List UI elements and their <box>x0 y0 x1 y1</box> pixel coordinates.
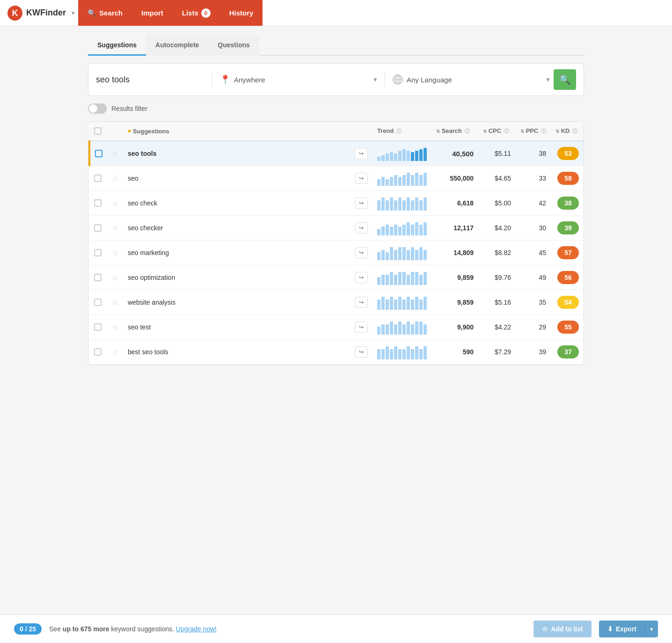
row-checkbox[interactable] <box>94 348 102 356</box>
keyword-text: seo test <box>128 323 151 331</box>
trend-bar <box>415 297 418 310</box>
trend-help-icon: ⓘ <box>396 128 402 134</box>
row-checkbox[interactable] <box>94 249 102 256</box>
keyword-input[interactable] <box>96 75 205 85</box>
trend-chart <box>377 344 427 359</box>
search-button[interactable]: 🔍 <box>554 69 576 90</box>
trend-bar <box>394 346 397 359</box>
cpc-value: $8.82 <box>495 249 511 256</box>
row-ppc-cell: 38 <box>516 141 551 166</box>
results-filter-toggle[interactable] <box>88 103 107 114</box>
trend-bar <box>415 173 418 186</box>
trend-chart <box>377 171 427 186</box>
kd-badge: 55 <box>557 321 579 334</box>
trend-bar <box>398 197 402 211</box>
row-action-button[interactable]: ↪ <box>355 148 368 159</box>
tab-questions[interactable]: Questions <box>208 36 259 56</box>
star-icon[interactable]: ☆ <box>112 299 118 307</box>
col-header-kd[interactable]: ⇅ KD ⓘ <box>551 122 584 141</box>
trend-bar <box>398 247 402 260</box>
header: K KWFinder ▾ 🔍 Search Import Lists 0 His… <box>0 0 672 26</box>
cpc-value: $4.65 <box>495 175 511 182</box>
trend-bar <box>411 349 414 359</box>
row-search-cell: 9,859 <box>431 290 478 315</box>
trend-bar <box>394 250 397 260</box>
cpc-value: $5.16 <box>495 299 511 306</box>
trend-bar <box>377 157 380 161</box>
star-icon[interactable]: ☆ <box>112 348 118 356</box>
trend-bar <box>381 197 385 211</box>
row-checkbox[interactable] <box>94 224 102 232</box>
row-action-button[interactable]: ↪ <box>355 247 368 258</box>
row-action-button[interactable]: ↪ <box>355 173 368 184</box>
language-selector[interactable]: Any Language ▾ <box>393 74 550 85</box>
keyword-text: seo check <box>128 199 157 207</box>
row-check-cell <box>89 315 107 340</box>
trend-bar <box>424 297 427 310</box>
trend-bar <box>394 324 397 335</box>
row-checkbox[interactable] <box>94 175 102 182</box>
row-checkbox[interactable] <box>94 199 102 207</box>
row-action-button[interactable]: ↪ <box>355 272 368 283</box>
kd-badge: 39 <box>557 221 579 234</box>
col-header-trend[interactable]: Trend ⓘ <box>373 122 431 141</box>
star-icon[interactable]: ☆ <box>112 224 118 232</box>
svg-text:K: K <box>12 8 18 18</box>
trend-bar <box>390 247 393 260</box>
star-icon[interactable]: ☆ <box>112 323 118 331</box>
star-icon[interactable]: ☆ <box>112 150 118 158</box>
location-selector[interactable]: 📍 Anywhere ▾ <box>220 74 377 85</box>
nav-import[interactable]: Import <box>132 0 173 26</box>
search-count: 9,859 <box>457 299 474 306</box>
search-count: 12,117 <box>453 224 474 232</box>
filter-label: Results filter <box>111 105 147 112</box>
tab-autocomplete[interactable]: Autocomplete <box>146 36 208 56</box>
trend-bar <box>415 222 418 235</box>
row-search-cell: 550,000 <box>431 166 478 191</box>
nav-search[interactable]: 🔍 Search <box>78 0 132 26</box>
row-kd-cell: 37 <box>551 340 584 365</box>
trend-bar <box>398 322 402 335</box>
col-header-cpc[interactable]: ⇅ CPC ⓘ <box>478 122 516 141</box>
trend-bar <box>419 175 423 186</box>
row-check-cell <box>89 166 107 191</box>
keyword-text: website analysis <box>128 299 175 306</box>
trend-bar <box>394 175 397 186</box>
trend-bar <box>381 349 385 359</box>
star-icon[interactable]: ☆ <box>112 199 118 207</box>
col-header-ppc[interactable]: ⇅ PPC ⓘ <box>516 122 551 141</box>
row-action-button[interactable]: ↪ <box>355 346 368 358</box>
divider2 <box>385 73 385 87</box>
tab-suggestions[interactable]: Suggestions <box>88 36 146 56</box>
row-action-button[interactable]: ↪ <box>355 222 368 234</box>
trend-bar <box>411 324 414 335</box>
row-check-cell <box>89 216 107 241</box>
col-header-keyword[interactable]: ▾ Suggestions <box>123 122 350 141</box>
trend-bar <box>411 300 414 310</box>
row-checkbox[interactable] <box>95 150 102 157</box>
row-action-button[interactable]: ↪ <box>355 297 368 308</box>
trend-bar <box>402 175 406 186</box>
row-action-button[interactable]: ↪ <box>355 322 368 333</box>
star-icon[interactable]: ☆ <box>112 175 118 183</box>
col-header-search[interactable]: ⇅ Search ⓘ <box>431 122 478 141</box>
star-icon[interactable]: ☆ <box>112 249 118 257</box>
logo: K KWFinder ▾ <box>7 6 74 21</box>
row-ppc-cell: 45 <box>516 241 551 265</box>
nav-history[interactable]: History <box>220 0 263 26</box>
row-checkbox[interactable] <box>94 274 102 281</box>
trend-bar <box>411 247 414 260</box>
nav-lists[interactable]: Lists 0 <box>173 0 220 26</box>
row-checkbox[interactable] <box>94 323 102 331</box>
row-action-cell: ↪ <box>350 166 373 191</box>
row-action-button[interactable]: ↪ <box>355 197 368 209</box>
row-trend-cell <box>373 166 431 191</box>
row-action-cell: ↪ <box>350 315 373 340</box>
row-keyword-cell: seo <box>123 166 350 191</box>
row-checkbox[interactable] <box>94 299 102 306</box>
trend-bar <box>394 225 397 235</box>
star-icon[interactable]: ☆ <box>112 274 118 282</box>
trend-bar <box>419 275 423 285</box>
sort-icon: ▾ <box>128 128 131 135</box>
select-all-checkbox[interactable] <box>94 127 102 135</box>
